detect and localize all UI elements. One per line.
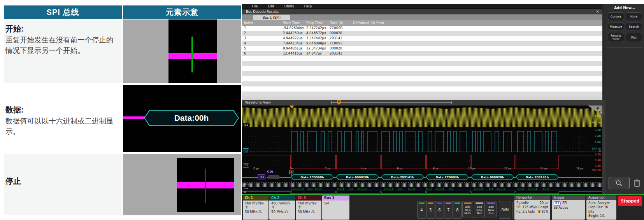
zoom-tool-button[interactable] xyxy=(609,177,630,189)
spi-reference-table: SPI 总线 元素示意 开始: 重复开始发生在没有前一个停止的情况下显示另一个开… xyxy=(4,5,241,218)
button-add-new-math[interactable]: Add New Math xyxy=(462,201,473,218)
results-row[interactable]: 1-54.82604ns2.347242µs7C009B xyxy=(242,26,602,31)
menu-item-help[interactable]: Help xyxy=(304,4,312,8)
spi-bus-label: SPI xyxy=(267,170,273,174)
results-row[interactable]: 34.944922µs7.347442µs203141 xyxy=(242,36,602,41)
acquisition-line: Single: 1/1 xyxy=(588,214,614,218)
horizontal-panel-body: 2 µs/div20 µsSR: 125 MS/s8 ns/ptRL: 2.5 … xyxy=(514,200,550,215)
channel-button-6[interactable]: 6 xyxy=(435,201,444,219)
results-cell xyxy=(376,46,598,51)
row-data-illustration: Data:00h xyxy=(123,85,241,152)
sidebar-button-cursors[interactable]: Cursors xyxy=(608,12,624,20)
channel-button-4[interactable]: 4 xyxy=(417,201,426,219)
channel-badge-ch1[interactable]: Ch 1460 mV/div50 MHz xyxy=(243,195,268,220)
results-cell: 6 xyxy=(244,51,281,56)
trigger-position-icon[interactable] xyxy=(290,106,294,109)
channel-badge-ch2[interactable]: Ch 2460 mV/div50 MHz xyxy=(269,195,295,220)
results-window-bottom-edge xyxy=(242,97,602,100)
results-cell: 203141 xyxy=(330,51,352,56)
sidebar-divider xyxy=(607,48,642,48)
close-icon[interactable]: × xyxy=(596,9,599,14)
menu-item-file[interactable]: File xyxy=(252,4,258,8)
scale-label: 900 m xyxy=(585,169,601,172)
button-add-new-ref[interactable]: Add New Ref xyxy=(474,201,485,218)
bus1-badge[interactable]: B1 xyxy=(258,174,267,180)
trigger-nav-marker[interactable]: T xyxy=(337,100,341,105)
horizontal-row: SR: 125 MS/s8 ns/pt xyxy=(516,205,548,209)
menu-bar: FileEditUtilityHelp xyxy=(242,4,602,9)
trigger-panel[interactable]: TriggerB1SPISS Active xyxy=(552,195,585,220)
row-stop-text: 停止 xyxy=(4,154,122,215)
sidebar-button-note[interactable]: Note xyxy=(626,12,642,20)
stopped-button[interactable]: Stopped xyxy=(618,196,642,206)
bandwidth-icon xyxy=(284,210,288,214)
results-row[interactable]: 59.944861µs12.34734µs000020 xyxy=(242,46,602,51)
results-cell: 4 xyxy=(244,41,281,46)
bus-handle[interactable] xyxy=(268,175,279,179)
horizontal-panel[interactable]: Horizontal2 µs/div20 µsSR: 125 MS/s8 ns/… xyxy=(514,195,550,220)
trigger-source-badge: B1 xyxy=(554,201,561,206)
results-cell: 203141 xyxy=(330,36,352,41)
trigger-panel-title: Trigger xyxy=(552,195,585,200)
ground-icon xyxy=(245,206,268,210)
trigger-mode: SS Active xyxy=(554,206,583,210)
results-row[interactable]: 612.44416µs14.847µs203141 xyxy=(242,51,602,56)
results-row[interactable] xyxy=(242,86,602,92)
results-row[interactable] xyxy=(242,81,602,86)
add-color-stripe xyxy=(464,202,472,204)
results-row[interactable] xyxy=(242,71,602,76)
results-row[interactable] xyxy=(242,92,602,97)
trigger-position-mini-icon: T xyxy=(538,210,540,213)
channel-button-7[interactable]: 7 xyxy=(444,201,453,219)
acquisition-panel[interactable]: AcquisitionAuto, AnalyzeHigh Res: 16 bit… xyxy=(586,195,616,220)
results-cell: 9.846898µs xyxy=(306,41,329,46)
time-axis-label: 8 µs xyxy=(428,167,444,170)
sidebar-button-results-table[interactable]: Results Table xyxy=(608,33,624,42)
add-color-stripe xyxy=(487,202,495,204)
results-table-body: 1-54.82604ns2.347242µs7C009B22.444358µs4… xyxy=(242,26,602,97)
results-row[interactable]: 47.444234µs9.846898µs7C0093 xyxy=(242,41,602,46)
channel-color-stripe xyxy=(428,202,433,204)
menu-item-edit[interactable]: Edit xyxy=(268,4,274,8)
column-header: Index xyxy=(244,20,281,26)
panel-splitter[interactable] xyxy=(602,100,605,194)
menu-item-utility[interactable]: Utility xyxy=(284,4,294,8)
tab-bus1-spi[interactable]: Bus 1 (SPI) xyxy=(253,15,290,20)
start-scope-box xyxy=(168,19,217,83)
pan-zoom-track[interactable] xyxy=(331,102,452,103)
scale-label: 2.40 xyxy=(585,159,601,162)
results-cell: 5 xyxy=(244,46,281,51)
channel-badge-bus1[interactable]: Bus 1SPI xyxy=(322,195,349,220)
row-stop-title: 停止 xyxy=(5,176,119,187)
trash-icon[interactable] xyxy=(632,178,642,188)
waveform-plot[interactable]: SPI B1 T 2.761.84920 m3.202.401.60800 m0… xyxy=(242,106,602,194)
trigger-flag-icon[interactable]: T xyxy=(289,170,293,174)
scale-label: 0 xyxy=(585,150,601,153)
results-cell xyxy=(353,46,376,51)
channel-badge-ch3[interactable]: Ch 3460 mV/div50 MHz xyxy=(296,195,321,220)
results-cell: 7C009B xyxy=(330,26,352,31)
col-header-spi-bus: SPI 总线 xyxy=(4,5,122,19)
bandwidth-icon xyxy=(258,210,262,214)
button-dvm[interactable]: DVM xyxy=(499,201,511,219)
results-row[interactable] xyxy=(242,76,602,81)
column-header: Error xyxy=(376,20,598,26)
results-row[interactable] xyxy=(242,61,602,66)
acquisition-panel-body: Auto, AnalyzeHigh Res: 16 bitsSingle: 1/… xyxy=(586,200,616,219)
results-row[interactable] xyxy=(242,56,602,61)
digital-label-sda: SDA xyxy=(244,187,248,190)
sidebar-button-measure[interactable]: Measure xyxy=(608,23,624,30)
time-axis-label: 14 µs xyxy=(536,167,552,170)
waveform-title: Waveform View xyxy=(245,100,271,106)
button-add-new-bus[interactable]: Add New Bus xyxy=(486,201,497,218)
channel-badge-body: SPI xyxy=(322,201,349,206)
time-axis-label: -2 µs xyxy=(248,167,264,170)
results-row[interactable]: 22.444358µs4.846572µs000020 xyxy=(242,31,602,36)
horizontal-panel-title: Horizontal xyxy=(514,195,550,200)
channel-button-8[interactable]: 8 xyxy=(453,201,462,219)
bus-data-frame-label: Data:7C009Bh xyxy=(291,175,333,180)
sidebar-button-plot[interactable]: Plot xyxy=(626,33,642,42)
results-row[interactable] xyxy=(242,66,602,71)
channel-button-5[interactable]: 5 xyxy=(426,201,435,219)
sidebar-button-search[interactable]: Search xyxy=(626,23,642,30)
